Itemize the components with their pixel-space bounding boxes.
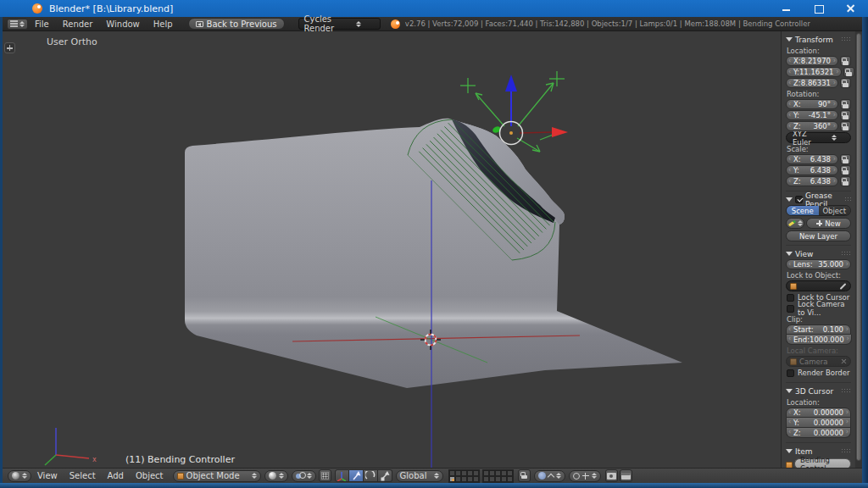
- location-z-field[interactable]: Z:8.86331: [786, 78, 838, 88]
- scale-manipulator-button[interactable]: [378, 469, 392, 482]
- cursor-x-field[interactable]: X:0.00000: [786, 408, 851, 418]
- rotation-y-field[interactable]: Y:-45.1°: [786, 110, 838, 120]
- lock-scale-x-button[interactable]: [840, 154, 851, 164]
- lock-to-cursor-checkbox[interactable]: [787, 294, 794, 302]
- panel-header-transform[interactable]: Transform: [786, 34, 851, 45]
- animation-render-icon: [621, 473, 631, 480]
- editor-type-selector[interactable]: [8, 470, 31, 482]
- clip-start-field[interactable]: Start:0.100: [786, 324, 851, 335]
- scale-x-field[interactable]: X:6.438: [786, 154, 838, 164]
- proportional-edit-dropdown[interactable]: [534, 470, 565, 482]
- rotation-x-field[interactable]: X:90°: [786, 99, 838, 109]
- clear-icon[interactable]: [841, 358, 847, 364]
- back-to-previous-button[interactable]: Back to Previous: [188, 18, 285, 30]
- render-border-row[interactable]: Render Border: [787, 368, 851, 378]
- opengl-render-anim-button[interactable]: [620, 469, 632, 482]
- scene-lock-toggle[interactable]: [518, 469, 531, 482]
- panel-grip-icon[interactable]: [841, 388, 851, 394]
- menu-select[interactable]: Select: [64, 471, 102, 480]
- scale-z-field[interactable]: Z:6.438: [786, 176, 838, 186]
- scrollbar-thumb[interactable]: [856, 33, 861, 461]
- lock-scale-y-button[interactable]: [840, 165, 851, 175]
- lock-rotation-x-button[interactable]: [840, 99, 851, 109]
- window-border-right: [862, 17, 868, 488]
- maximize-button[interactable]: [814, 3, 824, 14]
- shading-sphere-icon: [269, 472, 276, 480]
- translate-manipulator-button[interactable]: [349, 469, 364, 482]
- translate-arrow-icon: [351, 471, 361, 481]
- render-border-checkbox[interactable]: [787, 369, 794, 377]
- location-x-field[interactable]: X:8.21970: [786, 56, 838, 66]
- chevron-updown-icon: [798, 220, 803, 226]
- render-engine-dropdown[interactable]: Cycles Render: [298, 18, 381, 30]
- lock-rotation-z-button[interactable]: [840, 121, 851, 131]
- item-panel: Item Bending Control...: [786, 446, 851, 468]
- lock-location-y-button[interactable]: [843, 67, 854, 77]
- viewport-shading-dropdown[interactable]: [264, 470, 288, 482]
- viewport-3d[interactable]: x User Ortho (11) Bending Controller: [3, 31, 781, 468]
- panel-header-3d-cursor[interactable]: 3D Cursor: [786, 385, 851, 396]
- menu-help[interactable]: Help: [147, 19, 180, 29]
- pivot-point-dropdown[interactable]: [292, 470, 316, 482]
- cursor-z-field[interactable]: Z:0.00000: [786, 428, 851, 438]
- lock-scale-z-button[interactable]: [840, 176, 851, 186]
- menu-file[interactable]: File: [28, 19, 56, 29]
- editor-type-selector[interactable]: [7, 19, 28, 30]
- menu-window[interactable]: Window: [99, 19, 146, 29]
- sidebar-scrollbar[interactable]: [855, 31, 862, 468]
- lens-field[interactable]: Lens:35.000: [786, 259, 851, 269]
- panel-grip-icon[interactable]: [841, 36, 851, 42]
- cursor-y-field[interactable]: Y:0.00000: [786, 418, 851, 428]
- chevron-updown-icon: [556, 473, 561, 479]
- snap-dropdown[interactable]: [569, 470, 601, 482]
- clip-end-field[interactable]: End:1000.000: [786, 335, 852, 345]
- collapse-triangle-icon: [786, 449, 793, 453]
- minimize-button[interactable]: [782, 3, 792, 14]
- grease-pencil-brush-dropdown[interactable]: [786, 218, 804, 229]
- blender-logo-icon: [32, 3, 42, 14]
- lock-rotation-y-button[interactable]: [840, 110, 851, 120]
- mode-dropdown[interactable]: Object Mode: [173, 470, 261, 482]
- chevron-updown-icon: [592, 473, 597, 479]
- orientation-dropdown[interactable]: Global: [396, 470, 443, 482]
- panel-header-grease-pencil[interactable]: Grease Pencil: [786, 194, 851, 205]
- rotation-mode-dropdown[interactable]: XYZ Euler: [786, 132, 851, 143]
- local-camera-field[interactable]: Camera: [786, 356, 851, 367]
- lock-camera-row[interactable]: Lock Camera to Vi...: [787, 303, 851, 313]
- lock-location-z-button[interactable]: [840, 78, 851, 88]
- object-tab[interactable]: Object: [819, 206, 851, 215]
- manipulator-toggle-button[interactable]: [335, 469, 349, 482]
- rotate-manipulator-button[interactable]: [364, 469, 378, 482]
- menu-render[interactable]: Render: [56, 19, 100, 29]
- toolshelf-expand-tab[interactable]: [4, 42, 15, 53]
- layers-group-2[interactable]: [482, 469, 514, 483]
- orientation-value: Global: [400, 471, 431, 480]
- grease-pencil-source-toggle: Scene Object: [786, 205, 851, 216]
- manipulator-x-handle[interactable]: [520, 132, 552, 133]
- rotation-label: Rotation:: [787, 90, 851, 98]
- panel-grip-icon[interactable]: [844, 197, 851, 202]
- panel-grip-icon[interactable]: [841, 448, 851, 454]
- new-layer-button[interactable]: New Layer: [786, 230, 851, 241]
- rotation-z-field[interactable]: Z:360°: [786, 121, 838, 131]
- grease-pencil-checkbox[interactable]: [795, 196, 803, 203]
- scene-tab[interactable]: Scene: [787, 206, 819, 215]
- lock-to-object-field[interactable]: [786, 280, 851, 291]
- menu-add[interactable]: Add: [102, 471, 130, 480]
- menu-view[interactable]: View: [31, 471, 64, 480]
- menu-object[interactable]: Object: [130, 471, 170, 480]
- lock-location-x-button[interactable]: [840, 56, 851, 66]
- opengl-render-button[interactable]: [605, 469, 618, 482]
- object-name-field[interactable]: Bending Control...: [794, 458, 851, 468]
- scale-y-field[interactable]: Y:6.438: [786, 165, 838, 175]
- panel-grip-icon[interactable]: [841, 251, 851, 257]
- layers-group-1[interactable]: [448, 469, 480, 483]
- new-grease-pencil-button[interactable]: New: [806, 218, 851, 229]
- pivot-align-toggle[interactable]: [319, 469, 331, 482]
- panel-header-view[interactable]: View: [786, 248, 851, 259]
- location-y-field[interactable]: Y:11.16321: [786, 67, 842, 77]
- close-button[interactable]: [846, 3, 856, 14]
- panel-title: View: [795, 250, 813, 258]
- lock-camera-checkbox[interactable]: [787, 305, 794, 313]
- eyedropper-icon[interactable]: [840, 283, 847, 290]
